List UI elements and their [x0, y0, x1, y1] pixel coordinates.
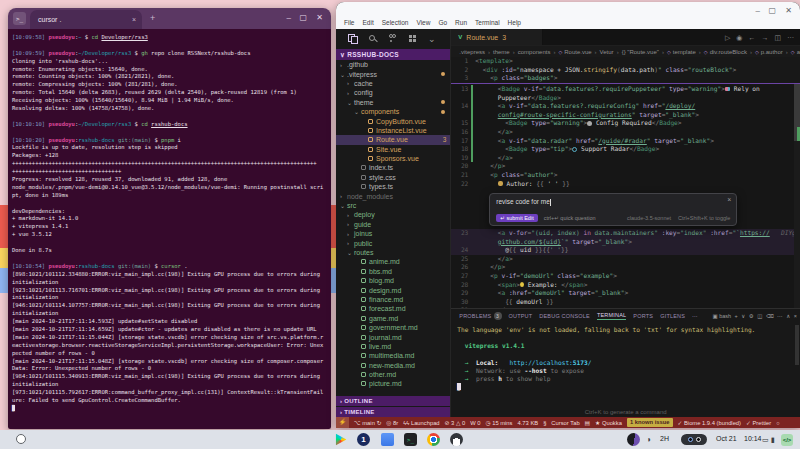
- tree-item-guide[interactable]: ›guide: [336, 220, 450, 229]
- code-line[interactable]: 3 <p class="badges">: [451, 74, 800, 83]
- panel-tab-terminal[interactable]: TERMINAL: [597, 312, 626, 320]
- menu-run[interactable]: Run: [455, 19, 467, 26]
- tree-item-Route.vue[interactable]: Route.vue3: [336, 135, 450, 144]
- breadcrumb-item[interactable]: Vetur: [600, 49, 614, 55]
- code-line[interactable]: 24 @{{ uid }}{{' '}}: [451, 246, 800, 255]
- code-line[interactable]: Puppeteer</Badge>: [451, 94, 800, 103]
- tree-item-InstanceList.vue[interactable]: InstanceList.vue: [336, 126, 450, 135]
- editor-action-icon[interactable]: ←: [748, 34, 755, 41]
- tree-item-src[interactable]: ⌄src: [336, 201, 450, 210]
- close-button[interactable]: ✕: [316, 14, 323, 22]
- new-tab-button[interactable]: +: [150, 14, 155, 23]
- code-line[interactable]: 16 </a>: [451, 128, 800, 137]
- code-line[interactable]: 23 <a v-for="(uid, index) in data.mainta…: [451, 229, 800, 238]
- outline-section[interactable]: › OUTLINE: [336, 396, 450, 406]
- tree-item-cache[interactable]: ›cache: [336, 79, 450, 88]
- tree-item-index.ts[interactable]: index.ts: [336, 163, 450, 172]
- panel-action-icon[interactable]: ⚙: [749, 313, 754, 319]
- panel-action-icon[interactable]: ⋯: [777, 313, 783, 319]
- files-app-icon[interactable]: [381, 433, 394, 446]
- tree-item-finance.md[interactable]: finance.md: [336, 295, 450, 304]
- status-item[interactable]: ✓ Prettier: [746, 420, 771, 426]
- panel-action-icon[interactable]: ▣ bash: [712, 313, 731, 319]
- code-line[interactable]: config#route-specific-configurations" ta…: [451, 111, 800, 120]
- code-line[interactable]: 19 </a>: [451, 154, 800, 163]
- status-item[interactable]: ★ Quokka: [595, 420, 622, 426]
- explorer-root[interactable]: ∨ RSSHUB-DOCS: [336, 49, 450, 60]
- terminal-app-icon[interactable]: >_: [404, 433, 417, 446]
- submit-edit-button[interactable]: ↵ submit Edit: [496, 214, 537, 222]
- panel-action-icon[interactable]: +: [735, 313, 738, 319]
- code-line[interactable]: 27 <p v-if="demoUrl" class="example">: [451, 272, 800, 281]
- chevron-down-icon[interactable]: ⌄: [428, 34, 436, 44]
- terminal-output[interactable]: [10:09:58] pseudoyu:~ $ cd Developer/rss…: [8, 29, 331, 429]
- code-line[interactable]: 20 </p>: [451, 162, 800, 171]
- code-line[interactable]: github.com/${uid}`" target="_blank">: [451, 238, 800, 247]
- breadcrumb-item[interactable]: {} "Route.vue": [622, 49, 659, 55]
- panel-action-icon[interactable]: ∨: [741, 313, 745, 319]
- linux-apps-icon[interactable]: [450, 433, 463, 446]
- menu-edit[interactable]: Edit: [362, 19, 373, 26]
- status-item[interactable]: 1 known issue: [627, 418, 673, 427]
- tree-item-.github[interactable]: ›.github: [336, 60, 450, 69]
- panel-action-icon[interactable]: ∧: [786, 313, 790, 319]
- 1password-icon[interactable]: 1: [357, 433, 370, 446]
- tab-route-vue[interactable]: V Route.vue 3: [451, 29, 543, 45]
- status-item[interactable]: ◎ 8r: [386, 420, 398, 426]
- code-line[interactable]: 25 </a>: [451, 255, 800, 264]
- breadcrumb-item[interactable]: .vitepress: [459, 49, 485, 55]
- tree-item-design.md[interactable]: design.md: [336, 285, 450, 294]
- panel-action-icon[interactable]: ⌫: [766, 313, 774, 319]
- breadcrumb-item[interactable]: div.routeBlock: [710, 49, 747, 55]
- tray-time[interactable]: 10:14: [744, 435, 762, 442]
- code-line[interactable]: 13 <Badge v-if="data.features?.requirePu…: [451, 85, 800, 94]
- model-label[interactable]: claude-3.5-sonnet: [627, 215, 671, 221]
- tree-item-joinus[interactable]: ›joinus: [336, 229, 450, 238]
- tree-item-Sponsors.vue[interactable]: Sponsors.vue: [336, 154, 450, 163]
- code-line[interactable]: 28 <span> Example: </span>: [451, 281, 800, 290]
- tree-item-routes[interactable]: ⌄routes: [336, 248, 450, 257]
- panel-terminal-output[interactable]: The language 'env' is not loaded, fallin…: [457, 326, 790, 392]
- menu-go[interactable]: Go: [438, 19, 447, 26]
- code-line[interactable]: 29 <a :href="demoUrl" target="_blank">: [451, 289, 800, 298]
- code-line[interactable]: 17 <a v-if="data.radar" href="/guide/#ra…: [451, 137, 800, 146]
- editor-action-icon[interactable]: ◫: [774, 34, 781, 42]
- notification-icon[interactable]: ◗: [647, 435, 652, 444]
- extensions-icon[interactable]: [408, 34, 417, 45]
- status-item[interactable]: §: [543, 420, 546, 426]
- editor-action-icon[interactable]: ▷: [725, 34, 730, 42]
- tree-item-theme[interactable]: ⌄theme: [336, 98, 450, 107]
- status-item[interactable]: ▤: [585, 420, 590, 426]
- tree-item-multimedia.md[interactable]: multimedia.md: [336, 351, 450, 360]
- breadcrumb-item[interactable]: p.author: [761, 49, 783, 55]
- dev-mode-badge[interactable]: </>: [781, 434, 793, 446]
- screen-capture-pill[interactable]: [681, 434, 707, 445]
- terminal-tab[interactable]: cursor .×: [30, 10, 142, 29]
- status-item[interactable]: ✓ Biome 1.9.4 (bundled): [678, 420, 742, 426]
- status-item[interactable]: ○: [776, 420, 780, 426]
- panel-tab-debug-console[interactable]: DEBUG CONSOLE: [539, 313, 590, 319]
- tray-date[interactable]: Oct 21: [716, 435, 737, 442]
- timeline-section[interactable]: › TIMELINE: [336, 407, 450, 417]
- tree-item-.vitepress[interactable]: ⌄.vitepress: [336, 69, 450, 78]
- breadcrumb-item[interactable]: theme: [493, 49, 510, 55]
- tree-item-government.md[interactable]: government.md: [336, 323, 450, 332]
- panel-scrollbar[interactable]: [795, 325, 799, 365]
- editor-action-icon[interactable]: ⋯: [787, 34, 794, 42]
- menu-terminal[interactable]: Terminal: [475, 19, 500, 26]
- avatar[interactable]: [627, 433, 640, 446]
- code-line[interactable]: 21 <p class="author">: [451, 171, 800, 180]
- minimize-button[interactable]: –: [287, 14, 291, 22]
- tree-item-deploy[interactable]: ›deploy: [336, 210, 450, 219]
- chrome-icon[interactable]: [427, 433, 440, 446]
- remote-indicator[interactable]: ⚡: [336, 417, 349, 428]
- tree-item-anime.md[interactable]: anime.md: [336, 257, 450, 266]
- close-button[interactable]: ✕: [785, 7, 792, 15]
- breadcrumb-item[interactable]: a: [797, 49, 800, 55]
- status-item[interactable]: ⌥ main ↻: [354, 420, 381, 426]
- code-editor[interactable]: 1<template>2 <div :id="namespace + JSON.…: [451, 57, 800, 308]
- tree-item-bbs.md[interactable]: bbs.md: [336, 267, 450, 276]
- launcher-button[interactable]: [16, 434, 26, 444]
- code-line[interactable]: 14 <a v-if="data.features?.requireConfig…: [451, 102, 800, 111]
- panel-tab-problems[interactable]: PROBLEMS3: [459, 312, 501, 320]
